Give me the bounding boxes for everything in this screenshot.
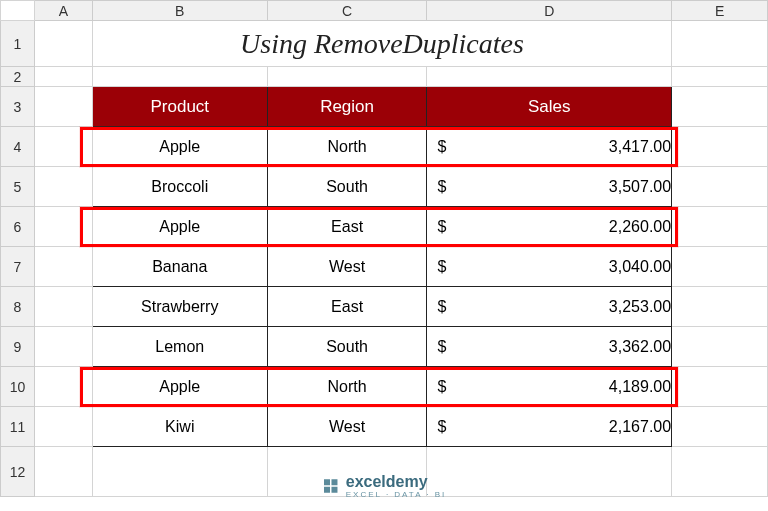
row-header-11[interactable]: 11: [1, 407, 35, 447]
row-header-10[interactable]: 10: [1, 367, 35, 407]
logo-tagline: EXCEL · DATA · BI: [346, 491, 447, 499]
sales-value: 2,260.00: [427, 218, 671, 236]
cell-sales[interactable]: $3,507.00: [427, 167, 672, 207]
row-header-12[interactable]: 12: [1, 447, 35, 497]
cell-region[interactable]: North: [267, 367, 427, 407]
sales-value: 3,362.00: [427, 338, 671, 356]
row-header-3[interactable]: 3: [1, 87, 35, 127]
row-header-8[interactable]: 8: [1, 287, 35, 327]
cell-sales[interactable]: $3,040.00: [427, 247, 672, 287]
row-header-5[interactable]: 5: [1, 167, 35, 207]
cell-product[interactable]: Apple: [92, 207, 267, 247]
cell-A1[interactable]: [34, 21, 92, 67]
cell-region[interactable]: South: [267, 167, 427, 207]
cell-region[interactable]: West: [267, 407, 427, 447]
cell-product[interactable]: Banana: [92, 247, 267, 287]
cell-region[interactable]: West: [267, 247, 427, 287]
sales-value: 2,167.00: [427, 418, 671, 436]
currency-symbol: $: [437, 338, 446, 356]
logo-icon: [322, 477, 340, 495]
row-header-2[interactable]: 2: [1, 67, 35, 87]
exceldemy-logo: exceldemy EXCEL · DATA · BI: [322, 473, 447, 499]
sales-value: 3,417.00: [427, 138, 671, 156]
cell-region[interactable]: South: [267, 327, 427, 367]
cell-E1[interactable]: [672, 21, 768, 67]
cell-product[interactable]: Broccoli: [92, 167, 267, 207]
header-sales[interactable]: Sales: [427, 87, 672, 127]
currency-symbol: $: [437, 258, 446, 276]
cell-region[interactable]: East: [267, 287, 427, 327]
header-product[interactable]: Product: [92, 87, 267, 127]
header-region[interactable]: Region: [267, 87, 427, 127]
cell-product[interactable]: Apple: [92, 127, 267, 167]
row-header-9[interactable]: 9: [1, 327, 35, 367]
col-header-D[interactable]: D: [427, 1, 672, 21]
cell-sales[interactable]: $4,189.00: [427, 367, 672, 407]
sales-value: 4,189.00: [427, 378, 671, 396]
title-cell[interactable]: Using RemoveDuplicates: [92, 21, 671, 67]
cell-product[interactable]: Kiwi: [92, 407, 267, 447]
cell-product[interactable]: Strawberry: [92, 287, 267, 327]
currency-symbol: $: [437, 378, 446, 396]
logo-brand: exceldemy: [346, 473, 428, 490]
cell-product[interactable]: Lemon: [92, 327, 267, 367]
currency-symbol: $: [437, 218, 446, 236]
col-header-A[interactable]: A: [34, 1, 92, 21]
col-header-C[interactable]: C: [267, 1, 427, 21]
cell-region[interactable]: East: [267, 207, 427, 247]
sales-value: 3,507.00: [427, 178, 671, 196]
cell-sales[interactable]: $3,253.00: [427, 287, 672, 327]
cell-sales[interactable]: $3,417.00: [427, 127, 672, 167]
currency-symbol: $: [437, 298, 446, 316]
cell-region[interactable]: North: [267, 127, 427, 167]
row-header-1[interactable]: 1: [1, 21, 35, 67]
cell-sales[interactable]: $2,167.00: [427, 407, 672, 447]
row-header-7[interactable]: 7: [1, 247, 35, 287]
row-header-6[interactable]: 6: [1, 207, 35, 247]
cell-sales[interactable]: $3,362.00: [427, 327, 672, 367]
spreadsheet-grid[interactable]: A B C D E 1 Using RemoveDuplicates 2 3 P…: [0, 0, 768, 497]
row-header-4[interactable]: 4: [1, 127, 35, 167]
col-header-E[interactable]: E: [672, 1, 768, 21]
col-header-B[interactable]: B: [92, 1, 267, 21]
sales-value: 3,040.00: [427, 258, 671, 276]
select-all-corner[interactable]: [1, 1, 35, 21]
cell-sales[interactable]: $2,260.00: [427, 207, 672, 247]
currency-symbol: $: [437, 178, 446, 196]
currency-symbol: $: [437, 138, 446, 156]
sales-value: 3,253.00: [427, 298, 671, 316]
currency-symbol: $: [437, 418, 446, 436]
cell-product[interactable]: Apple: [92, 367, 267, 407]
